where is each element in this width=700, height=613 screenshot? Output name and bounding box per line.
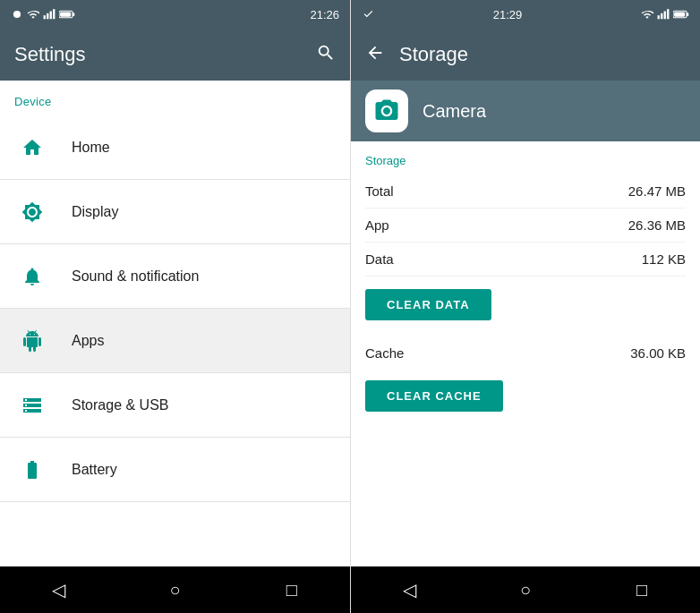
app-value: 26.36 MB [628, 217, 686, 233]
status-icons-right [362, 8, 374, 21]
svg-rect-0 [13, 11, 21, 18]
svg-rect-10 [664, 12, 666, 20]
storage-row-total: Total 26.47 MB [365, 175, 686, 209]
data-value: 112 KB [642, 251, 686, 267]
search-button[interactable] [316, 43, 336, 67]
app-label: App [365, 217, 389, 233]
cache-label: Cache [365, 345, 404, 361]
storage-title: Storage [399, 43, 468, 66]
back-nav-left[interactable]: ◁ [36, 572, 81, 608]
sound-label: Sound & notification [72, 268, 199, 285]
storage-icon [14, 395, 50, 416]
cache-row: Cache 36.00 KB [365, 333, 686, 368]
time-right: 21:29 [493, 8, 523, 21]
clear-cache-button[interactable]: CLEAR CACHE [365, 380, 503, 412]
app-bar-settings: Settings [0, 29, 350, 81]
status-icons-right2 [641, 8, 689, 21]
storage-row-app: App 26.36 MB [365, 209, 686, 243]
bell-icon [14, 266, 50, 287]
settings-list: Device Home Display Sound & notification [0, 81, 350, 566]
recents-nav-left[interactable]: □ [269, 572, 314, 608]
app-bar-storage: Storage [351, 29, 700, 81]
home-nav-left[interactable]: ○ [152, 572, 197, 608]
storage-section-label: Storage [365, 141, 686, 175]
svg-rect-2 [47, 13, 48, 19]
settings-item-battery[interactable]: Battery [0, 438, 350, 502]
data-label: Data [365, 251, 394, 267]
settings-item-storage[interactable]: Storage & USB [0, 373, 350, 438]
recents-nav-right[interactable]: □ [619, 572, 664, 608]
battery-icon [14, 459, 50, 481]
total-value: 26.47 MB [628, 183, 686, 199]
storage-panel: 21:29 Storage Camera Storage Total 26.47… [350, 0, 700, 613]
display-label: Display [72, 204, 118, 220]
total-label: Total [365, 183, 394, 199]
storage-content: Storage Total 26.47 MB App 26.36 MB Data… [351, 141, 700, 566]
svg-rect-14 [674, 12, 685, 16]
time-left: 21:26 [310, 8, 339, 21]
settings-title: Settings [14, 43, 86, 66]
svg-rect-13 [687, 13, 688, 16]
settings-item-sound[interactable]: Sound & notification [0, 244, 350, 309]
status-bar-right: 21:29 [351, 0, 700, 29]
svg-rect-9 [661, 13, 662, 19]
camera-app-icon [365, 89, 408, 132]
settings-item-home[interactable]: Home [0, 115, 350, 180]
storage-row-data: Data 112 KB [365, 243, 686, 277]
display-icon [14, 201, 50, 223]
svg-rect-1 [44, 15, 46, 19]
svg-rect-6 [73, 13, 74, 16]
clear-data-button[interactable]: CLEAR DATA [365, 289, 491, 320]
battery-label: Battery [72, 462, 117, 478]
settings-item-display[interactable]: Display [0, 180, 350, 244]
status-icons-left [11, 8, 75, 21]
apps-label: Apps [72, 333, 104, 349]
cache-value: 36.00 KB [630, 345, 686, 361]
status-bar-left: 21:26 [0, 0, 350, 29]
svg-rect-4 [53, 9, 55, 19]
svg-rect-3 [50, 12, 52, 20]
home-nav-right[interactable]: ○ [503, 572, 548, 608]
camera-app-name: Camera [423, 101, 486, 122]
back-button[interactable] [365, 43, 385, 67]
home-label: Home [72, 140, 110, 156]
app-header: Camera [351, 81, 700, 141]
svg-rect-7 [60, 12, 71, 16]
settings-panel: 21:26 Settings Device Home Display [0, 0, 350, 613]
home-icon [14, 137, 50, 158]
android-icon [14, 330, 50, 352]
svg-rect-11 [667, 9, 669, 19]
nav-bar-left: ◁ ○ □ [0, 566, 350, 613]
settings-item-apps[interactable]: Apps [0, 309, 350, 373]
storage-usb-label: Storage & USB [72, 397, 169, 413]
back-nav-right[interactable]: ◁ [387, 572, 431, 608]
svg-rect-8 [658, 15, 660, 19]
section-label-device: Device [0, 81, 350, 115]
nav-bar-right: ◁ ○ □ [351, 566, 700, 613]
